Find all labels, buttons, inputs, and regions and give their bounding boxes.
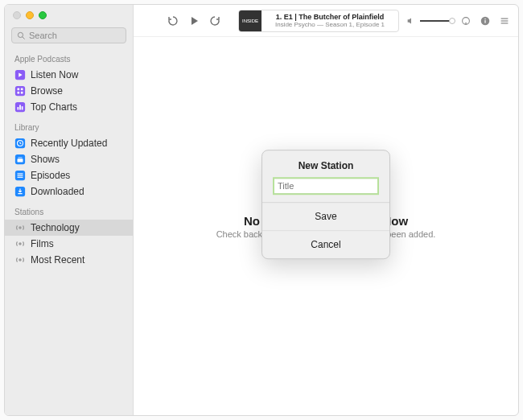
section-label-podcasts: Apple Podcasts (5, 47, 133, 67)
search-input[interactable]: Search (11, 27, 126, 43)
svg-rect-6 (18, 92, 20, 94)
playlist-button[interactable] (499, 15, 510, 27)
svg-rect-30 (501, 20, 509, 21)
volume-slider[interactable] (406, 15, 452, 27)
play-button[interactable] (187, 14, 201, 28)
sidebar-item-downloaded[interactable]: Downloaded (5, 183, 133, 200)
sidebar-item-label: Films (31, 238, 54, 249)
toolbar: INSIDE 1. E1 | The Butcher of Plainfield… (134, 5, 518, 37)
cancel-button[interactable]: Cancel (262, 230, 389, 258)
download-icon (14, 186, 26, 197)
now-playing-title: 1. E1 | The Butcher of Plainfield (262, 13, 398, 21)
minimize-window-button[interactable] (26, 11, 34, 19)
list-icon (14, 170, 26, 181)
svg-rect-7 (21, 92, 23, 94)
fullscreen-window-button[interactable] (39, 11, 47, 19)
search-icon (17, 31, 26, 40)
main-area: INSIDE 1. E1 | The Butcher of Plainfield… (134, 5, 518, 415)
sidebar-item-shows[interactable]: Shows (5, 151, 133, 167)
artwork-thumbnail: INSIDE (239, 10, 262, 32)
svg-rect-5 (21, 89, 23, 91)
sidebar-item-station-films[interactable]: Films (5, 236, 133, 252)
info-button[interactable] (480, 15, 491, 27)
sidebar-item-label: Recently Updated (31, 138, 107, 149)
svg-point-24 (19, 258, 22, 261)
close-window-button[interactable] (13, 11, 21, 19)
play-circle-icon (14, 69, 26, 80)
svg-rect-15 (18, 159, 23, 162)
svg-rect-29 (501, 18, 509, 19)
svg-rect-19 (18, 175, 23, 176)
svg-rect-11 (22, 106, 23, 109)
svg-rect-27 (484, 20, 485, 23)
chart-icon (14, 101, 26, 113)
sidebar-item-label: Browse (31, 85, 63, 97)
svg-rect-3 (15, 86, 25, 96)
svg-point-23 (19, 242, 22, 245)
svg-rect-18 (18, 173, 23, 174)
sidebar-item-label: Top Charts (31, 101, 77, 113)
sidebar-item-listen-now[interactable]: Listen Now (5, 67, 133, 83)
svg-rect-20 (18, 177, 23, 178)
sidebar-item-station-most-recent[interactable]: Most Recent (5, 252, 133, 268)
now-playing[interactable]: INSIDE 1. E1 | The Butcher of Plainfield… (238, 10, 399, 32)
sidebar-item-label: Downloaded (31, 186, 84, 197)
svg-point-0 (18, 32, 23, 37)
svg-line-1 (23, 36, 25, 39)
svg-rect-9 (18, 107, 19, 110)
station-title-input[interactable] (274, 178, 378, 194)
sidebar-item-label: Technology (31, 222, 80, 233)
volume-icon (406, 15, 417, 27)
sidebar-item-recently-updated[interactable]: Recently Updated (5, 135, 133, 151)
sidebar-item-top-charts[interactable]: Top Charts (5, 99, 133, 115)
sidebar-item-label: Episodes (31, 170, 70, 181)
new-station-dialog: New Station Save Cancel (262, 150, 390, 259)
podcasts-window: Search Apple Podcasts Listen Now Browse … (4, 4, 519, 416)
stack-icon (14, 154, 26, 165)
svg-rect-31 (501, 23, 509, 23)
airplay-button[interactable] (460, 15, 472, 27)
sidebar-item-label: Most Recent (31, 254, 84, 266)
window-controls (5, 5, 133, 24)
sidebar-item-label: Listen Now (31, 69, 78, 80)
now-playing-subtitle: Inside Psycho — Season 1, Episode 1 (262, 21, 398, 28)
sidebar: Search Apple Podcasts Listen Now Browse … (5, 5, 134, 415)
sidebar-item-station-technology[interactable]: Technology (5, 220, 133, 236)
rewind-30-button[interactable] (166, 14, 180, 28)
grid-icon (14, 85, 26, 97)
save-button[interactable]: Save (262, 202, 389, 230)
svg-rect-28 (484, 18, 485, 19)
search-placeholder: Search (29, 31, 57, 40)
svg-rect-16 (18, 157, 22, 158)
clock-icon (14, 138, 26, 149)
dialog-title: New Station (262, 150, 389, 178)
svg-rect-10 (19, 105, 21, 109)
section-label-stations: Stations (5, 200, 133, 220)
svg-rect-4 (18, 89, 20, 91)
section-label-library: Library (5, 115, 133, 135)
sidebar-item-label: Shows (31, 154, 60, 165)
broadcast-icon (14, 238, 26, 249)
broadcast-icon (14, 254, 26, 266)
sidebar-item-browse[interactable]: Browse (5, 83, 133, 99)
sidebar-item-episodes[interactable]: Episodes (5, 167, 133, 183)
broadcast-icon (14, 222, 26, 233)
svg-point-22 (19, 226, 22, 229)
forward-30-button[interactable] (208, 14, 222, 28)
